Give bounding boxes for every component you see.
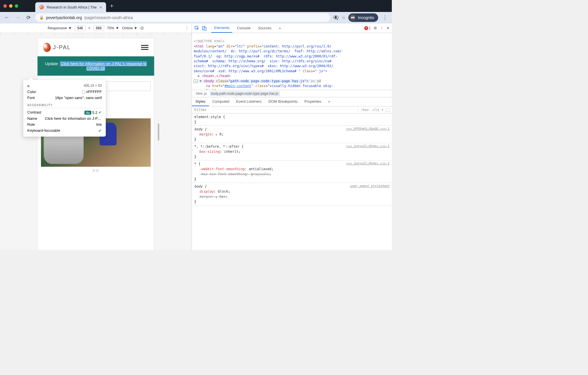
emulated-viewport[interactable]: J-PAL Update: Click here for information… <box>38 38 154 250</box>
ruler <box>0 33 192 36</box>
banner-link[interactable]: Click here for information on J-PAL's re… <box>60 61 147 71</box>
address-bar[interactable]: 🔒 povertyactionlab.org/page/research-sou… <box>35 13 330 22</box>
tab-elements[interactable]: Elements <box>211 23 232 33</box>
url-path: /page/research-south-africa <box>84 15 133 20</box>
drag-handle-icon[interactable]: ≡≡ <box>38 167 154 175</box>
source-link[interactable]: css_1nhyoS7…HVgbs.css:1 <box>346 144 390 149</box>
svg-rect-2 <box>204 27 206 30</box>
breadcrumb[interactable]: html..js body.path-node.page-node-type-p… <box>192 90 392 97</box>
subtabs-overflow[interactable]: » <box>325 97 334 106</box>
lock-icon: 🔒 <box>39 15 44 20</box>
subtab-styles[interactable]: Styles <box>192 97 209 106</box>
favicon-icon <box>39 5 44 9</box>
device-more-menu[interactable]: ⋮ <box>185 26 189 30</box>
source-link[interactable]: css_1nhyoS7…HVgbs.css:1 <box>346 161 390 166</box>
gear-icon[interactable]: ⚙ <box>374 26 377 30</box>
box-model-icon[interactable] <box>386 108 390 112</box>
inspect-element-icon[interactable] <box>194 25 200 31</box>
cls-toggle[interactable]: .cls <box>371 108 379 112</box>
browser-tab[interactable]: Research in South Africa | The × <box>35 2 106 12</box>
zoom-select[interactable]: 75% ▼ <box>107 26 119 30</box>
incognito-badge[interactable]: 🕶 Incognito <box>348 13 378 22</box>
subtab-dom-breakpoints[interactable]: DOM Breakpoints <box>265 97 301 106</box>
devtools-menu[interactable]: ⋮ <box>380 26 384 30</box>
tabs-overflow[interactable]: » <box>276 24 284 32</box>
tab-title: Research in South Africa | The <box>47 5 97 9</box>
styles-panel[interactable]: element.style {} css_DFR5bKQ…XQoQE.css:1… <box>192 114 392 250</box>
check-icon: ✔ <box>98 128 102 133</box>
throttle-select[interactable]: Online ▼ <box>122 26 137 30</box>
browser-menu-button[interactable]: ⋮ <box>381 14 389 22</box>
tab-sources[interactable]: Sources <box>255 24 274 32</box>
incognito-icon: 🕶 <box>349 15 356 21</box>
bookmark-star-icon[interactable]: ☆ <box>341 15 345 20</box>
update-banner: Update: Click here for information on J-… <box>38 56 154 76</box>
subtab-computed[interactable]: Computed <box>209 97 233 106</box>
eye-off-icon[interactable]: 👁‍🗨 <box>333 15 339 20</box>
source-link: user agent stylesheet <box>350 184 390 189</box>
url-host: povertyactionlab.org <box>46 15 82 20</box>
check-icon: ✔ <box>98 110 102 115</box>
logo-icon <box>42 42 51 53</box>
window-minimize[interactable] <box>9 4 13 8</box>
menu-button[interactable] <box>141 45 148 50</box>
scrollbar[interactable] <box>158 123 159 141</box>
device-toolbar-icon[interactable] <box>202 25 207 31</box>
rotate-icon[interactable]: ⊘ <box>140 25 144 31</box>
new-tab-button[interactable]: + <box>110 2 114 10</box>
forward-button[interactable]: → <box>14 14 22 22</box>
window-maximize[interactable] <box>15 4 18 8</box>
viewport-height-input[interactable] <box>93 25 104 31</box>
subtab-properties[interactable]: Properties <box>301 97 325 106</box>
styles-filter-input[interactable] <box>192 106 358 113</box>
subtab-event-listeners[interactable]: Event Listeners <box>233 97 265 106</box>
device-mode-select[interactable]: Responsive ▼ <box>48 26 72 30</box>
logo-text: J-PAL <box>53 44 71 51</box>
new-style-rule-button[interactable]: + <box>382 108 384 112</box>
dom-tree[interactable]: <!DOCTYPE html> <html lang="en" dir="ltr… <box>192 33 392 90</box>
error-count[interactable]: ✕1 <box>364 26 371 30</box>
window-close[interactable] <box>3 4 7 8</box>
close-devtools-icon[interactable]: ✕ <box>386 26 390 30</box>
hov-toggle[interactable]: :hov <box>361 108 369 112</box>
element-inspector-tooltip: a405.19 × 53 Color#FFFFFF Font18px "open… <box>23 80 106 137</box>
reload-button[interactable]: ⟳ <box>24 14 32 22</box>
source-link[interactable]: css_DFR5bKQ…XQoQE.css:1 <box>346 127 390 131</box>
viewport-width-input[interactable] <box>75 25 86 31</box>
back-button[interactable]: ← <box>3 14 11 22</box>
tab-console[interactable]: Console <box>234 24 253 32</box>
site-logo[interactable]: J-PAL <box>43 43 71 52</box>
close-icon[interactable]: × <box>100 5 102 10</box>
